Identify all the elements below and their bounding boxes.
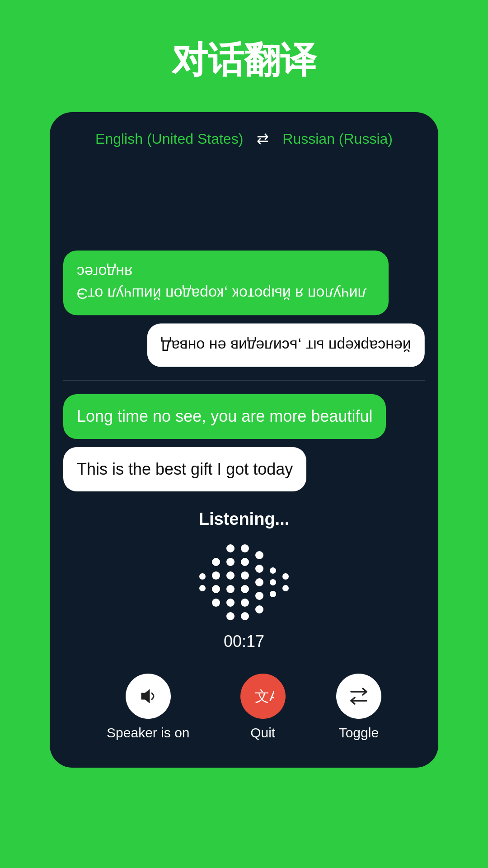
quit-button[interactable]: 文A xyxy=(240,674,286,719)
dot xyxy=(226,558,235,566)
message-bubble-white: This is the best gift I got today xyxy=(63,447,306,491)
wave-col-4 xyxy=(241,544,249,620)
quit-control: 文A Quit xyxy=(240,674,286,741)
toggle-button[interactable] xyxy=(336,674,381,719)
dot xyxy=(199,573,206,580)
dot xyxy=(212,585,220,593)
messages-lower: Long time no see, you are more beautiful… xyxy=(63,385,425,496)
wave-col-5 xyxy=(255,551,263,613)
messages-upper: Это лучший подарок, который я получил се… xyxy=(63,156,425,376)
dot xyxy=(212,571,220,580)
wave-col-1 xyxy=(199,573,206,591)
wave-col-2 xyxy=(212,558,220,607)
translate-icon: 文A xyxy=(252,685,274,708)
speaker-icon xyxy=(137,685,160,708)
dot xyxy=(212,558,220,566)
message-bubble-flipped-white: Давно не виделись, ты прекрасней xyxy=(147,324,425,367)
wave-col-6 xyxy=(270,567,276,597)
dot xyxy=(282,585,289,591)
toggle-icon xyxy=(347,685,370,708)
dot xyxy=(241,585,249,593)
dot xyxy=(226,585,235,593)
dot xyxy=(255,605,263,613)
listening-section: Listening... xyxy=(63,509,425,745)
main-card: English (United States) ⇄ Russian (Russi… xyxy=(50,112,438,768)
swap-icon[interactable]: ⇄ xyxy=(257,130,269,147)
dot xyxy=(226,612,235,620)
dot xyxy=(241,612,249,620)
message-bubble-green: Long time no see, you are more beautiful xyxy=(63,394,386,439)
toggle-label: Toggle xyxy=(339,725,379,741)
dot xyxy=(241,544,249,552)
svg-text:文A: 文A xyxy=(255,688,274,704)
dot xyxy=(255,565,263,573)
quit-label: Quit xyxy=(250,725,275,741)
dot xyxy=(241,599,249,607)
dot xyxy=(270,591,276,597)
controls: Speaker is on 文A Quit xyxy=(63,665,425,745)
app-title: 对话翻译 xyxy=(172,36,316,85)
dot xyxy=(255,592,263,600)
wave-col-7 xyxy=(282,573,289,591)
messages-divider xyxy=(63,380,425,381)
language-bar: English (United States) ⇄ Russian (Russi… xyxy=(63,130,425,147)
dot xyxy=(241,558,249,566)
timer: 00:17 xyxy=(224,632,264,651)
message-bubble-flipped-green: Это лучший подарок, который я получил се… xyxy=(63,250,389,315)
listening-label: Listening... xyxy=(199,509,290,529)
dot xyxy=(255,551,263,559)
dot xyxy=(241,571,249,580)
dot xyxy=(199,585,206,591)
dot xyxy=(282,573,289,580)
language-right[interactable]: Russian (Russia) xyxy=(282,131,393,147)
dot xyxy=(212,599,220,607)
speaker-control: Speaker is on xyxy=(107,674,189,741)
dot xyxy=(226,544,235,552)
dot xyxy=(226,599,235,607)
dot xyxy=(270,579,276,585)
dot xyxy=(226,571,235,580)
speaker-button[interactable] xyxy=(126,674,171,719)
speaker-label: Speaker is on xyxy=(107,725,189,741)
dot xyxy=(255,578,263,586)
dot xyxy=(270,567,276,574)
toggle-control: Toggle xyxy=(336,674,381,741)
wave-col-3 xyxy=(226,544,235,620)
waveform xyxy=(199,542,289,623)
language-left[interactable]: English (United States) xyxy=(95,131,243,147)
